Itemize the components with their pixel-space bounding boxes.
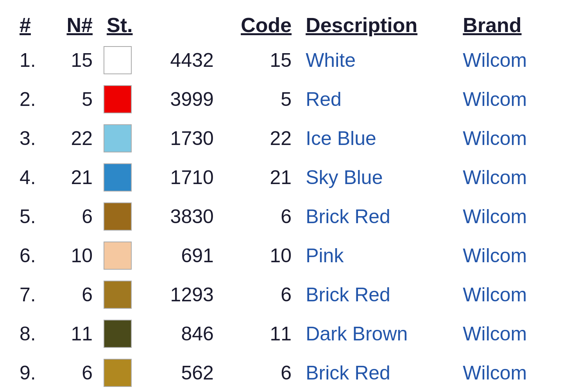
table-row: 8. 11 846 11 Dark Brown Wilcom (16, 314, 553, 353)
color-swatch (104, 281, 132, 309)
color-table-container: # N# St. Code Description Brand 1. 15 44… (16, 8, 553, 392)
row-description: Brick Red (299, 275, 456, 314)
row-st-code: 1730 (150, 119, 218, 158)
row-brand: Wilcom (456, 275, 553, 314)
header-st: St. (100, 12, 150, 41)
header-description: Description (299, 12, 456, 41)
row-n: 10 (50, 236, 100, 275)
row-num: 7. (16, 275, 50, 314)
row-swatch-cell (100, 353, 150, 392)
row-brand: Wilcom (456, 41, 553, 80)
row-n: 6 (50, 353, 100, 392)
table-header-row: # N# St. Code Description Brand (16, 12, 553, 41)
row-n: 6 (50, 197, 100, 236)
color-table: # N# St. Code Description Brand 1. 15 44… (16, 12, 553, 392)
color-swatch (104, 163, 132, 192)
color-swatch (104, 85, 132, 113)
row-code: 15 (218, 41, 299, 80)
color-swatch (104, 359, 132, 387)
header-hash: # (16, 12, 50, 41)
table-row: 4. 21 1710 21 Sky Blue Wilcom (16, 158, 553, 197)
row-num: 3. (16, 119, 50, 158)
row-num: 4. (16, 158, 50, 197)
row-st-code: 846 (150, 314, 218, 353)
row-num: 1. (16, 41, 50, 80)
row-n: 5 (50, 80, 100, 119)
row-brand: Wilcom (456, 80, 553, 119)
row-st-code: 3830 (150, 197, 218, 236)
table-row: 3. 22 1730 22 Ice Blue Wilcom (16, 119, 553, 158)
row-num: 8. (16, 314, 50, 353)
row-description: Sky Blue (299, 158, 456, 197)
row-swatch-cell (100, 197, 150, 236)
row-brand: Wilcom (456, 158, 553, 197)
row-description: Brick Red (299, 353, 456, 392)
row-swatch-cell (100, 236, 150, 275)
row-n: 11 (50, 314, 100, 353)
row-code: 21 (218, 158, 299, 197)
row-code: 22 (218, 119, 299, 158)
header-brand: Brand (456, 12, 553, 41)
row-brand: Wilcom (456, 314, 553, 353)
row-code: 10 (218, 236, 299, 275)
row-st-code: 1710 (150, 158, 218, 197)
row-swatch-cell (100, 158, 150, 197)
row-description: Pink (299, 236, 456, 275)
header-code: Code (218, 12, 299, 41)
header-stcode (150, 12, 218, 41)
row-swatch-cell (100, 80, 150, 119)
table-row: 2. 5 3999 5 Red Wilcom (16, 80, 553, 119)
table-row: 7. 6 1293 6 Brick Red Wilcom (16, 275, 553, 314)
row-swatch-cell (100, 314, 150, 353)
row-brand: Wilcom (456, 236, 553, 275)
row-n: 22 (50, 119, 100, 158)
color-swatch (104, 242, 132, 270)
row-num: 9. (16, 353, 50, 392)
row-code: 5 (218, 80, 299, 119)
row-st-code: 4432 (150, 41, 218, 80)
table-row: 5. 6 3830 6 Brick Red Wilcom (16, 197, 553, 236)
color-swatch (104, 320, 132, 348)
row-code: 6 (218, 275, 299, 314)
row-n: 15 (50, 41, 100, 80)
row-code: 11 (218, 314, 299, 353)
row-swatch-cell (100, 41, 150, 80)
row-description: White (299, 41, 456, 80)
row-brand: Wilcom (456, 119, 553, 158)
row-code: 6 (218, 197, 299, 236)
row-num: 6. (16, 236, 50, 275)
header-n: N# (50, 12, 100, 41)
row-st-code: 3999 (150, 80, 218, 119)
row-st-code: 1293 (150, 275, 218, 314)
row-brand: Wilcom (456, 353, 553, 392)
color-swatch (104, 202, 132, 231)
row-n: 6 (50, 275, 100, 314)
table-row: 1. 15 4432 15 White Wilcom (16, 41, 553, 80)
row-description: Dark Brown (299, 314, 456, 353)
table-row: 9. 6 562 6 Brick Red Wilcom (16, 353, 553, 392)
table-row: 6. 10 691 10 Pink Wilcom (16, 236, 553, 275)
color-swatch (104, 46, 132, 74)
row-description: Brick Red (299, 197, 456, 236)
row-n: 21 (50, 158, 100, 197)
row-code: 6 (218, 353, 299, 392)
row-num: 2. (16, 80, 50, 119)
color-swatch (104, 124, 132, 152)
row-num: 5. (16, 197, 50, 236)
row-swatch-cell (100, 275, 150, 314)
row-swatch-cell (100, 119, 150, 158)
row-st-code: 562 (150, 353, 218, 392)
row-brand: Wilcom (456, 197, 553, 236)
row-description: Ice Blue (299, 119, 456, 158)
row-description: Red (299, 80, 456, 119)
row-st-code: 691 (150, 236, 218, 275)
